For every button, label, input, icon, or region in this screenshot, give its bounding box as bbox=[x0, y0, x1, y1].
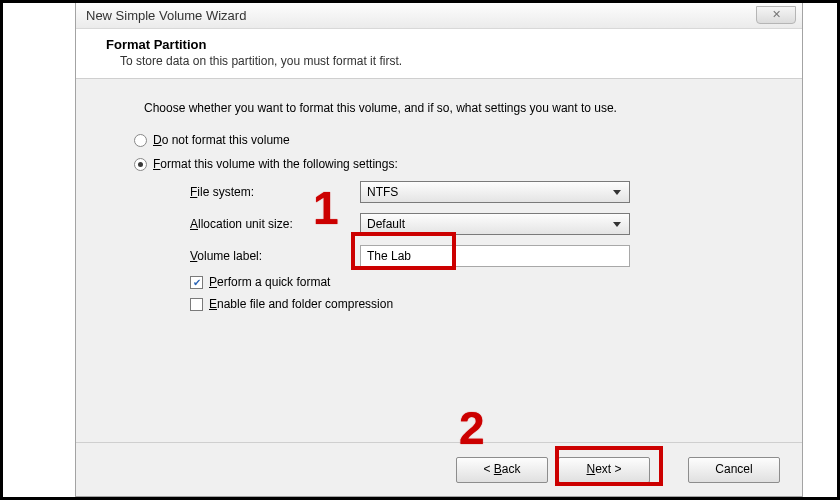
radio-do-format[interactable]: Format this volume with the following se… bbox=[134, 157, 754, 171]
chevron-down-icon bbox=[609, 216, 625, 232]
settings-grid: File system: NTFS Allocation unit size: … bbox=[190, 181, 754, 267]
volume-label-input[interactable]: The Lab bbox=[360, 245, 630, 267]
radio-icon bbox=[134, 134, 147, 147]
checkbox-icon bbox=[190, 298, 203, 311]
file-system-value: NTFS bbox=[367, 185, 398, 199]
window-title: New Simple Volume Wizard bbox=[86, 8, 246, 23]
radio-no-format[interactable]: Do not format this volume bbox=[134, 133, 754, 147]
allocation-label: Allocation unit size: bbox=[190, 217, 360, 231]
wizard-body: Choose whether you want to format this v… bbox=[76, 79, 802, 442]
titlebar: New Simple Volume Wizard ✕ bbox=[76, 3, 802, 29]
cancel-button[interactable]: Cancel bbox=[688, 457, 780, 483]
back-button[interactable]: < Back bbox=[456, 457, 548, 483]
file-system-label: File system: bbox=[190, 185, 360, 199]
outer-frame: New Simple Volume Wizard ✕ Format Partit… bbox=[0, 0, 840, 500]
wizard-window: New Simple Volume Wizard ✕ Format Partit… bbox=[75, 3, 803, 497]
chevron-down-icon bbox=[609, 184, 625, 200]
radio-no-format-label: Do not format this volume bbox=[153, 133, 290, 147]
button-bar: < Back Next > Cancel bbox=[76, 442, 802, 496]
next-button[interactable]: Next > bbox=[558, 457, 650, 483]
quick-format-label: Perform a quick format bbox=[209, 275, 330, 289]
radio-icon-checked bbox=[134, 158, 147, 171]
radio-do-format-label: Format this volume with the following se… bbox=[153, 157, 398, 171]
allocation-combo[interactable]: Default bbox=[360, 213, 630, 235]
quick-format-check[interactable]: ✔ Perform a quick format bbox=[190, 275, 754, 289]
checkbox-checked-icon: ✔ bbox=[190, 276, 203, 289]
compression-check[interactable]: Enable file and folder compression bbox=[190, 297, 754, 311]
allocation-value: Default bbox=[367, 217, 405, 231]
close-button[interactable]: ✕ bbox=[756, 6, 796, 24]
instruction-text: Choose whether you want to format this v… bbox=[144, 101, 754, 115]
wizard-header: Format Partition To store data on this p… bbox=[76, 29, 802, 79]
file-system-combo[interactable]: NTFS bbox=[360, 181, 630, 203]
compression-label: Enable file and folder compression bbox=[209, 297, 393, 311]
page-title: Format Partition bbox=[106, 37, 790, 52]
page-subtitle: To store data on this partition, you mus… bbox=[106, 54, 790, 68]
volume-label-label: Volume label: bbox=[190, 249, 360, 263]
